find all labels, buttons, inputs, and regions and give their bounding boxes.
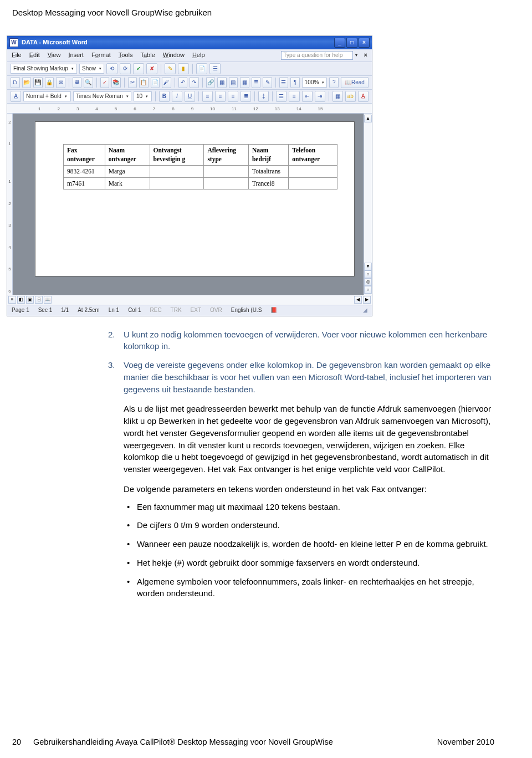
align-center-button[interactable]: ≡ <box>215 91 226 102</box>
outline-view-button[interactable]: ⌸ <box>35 296 43 304</box>
next-change-button[interactable]: ⟳ <box>120 63 131 74</box>
web-layout-button[interactable]: ◧ <box>17 296 25 304</box>
chevron-down-icon[interactable]: ▾ <box>355 52 357 59</box>
table-row[interactable]: 9832-4261MargaTotaaltrans <box>64 166 337 178</box>
bold-button[interactable]: B <box>159 91 170 102</box>
list-item: Wanneer een pauze noodzakelijk is, worde… <box>137 538 494 550</box>
show-hide-button[interactable]: ¶ <box>290 77 300 88</box>
table-cell: Marga <box>105 166 150 178</box>
normal-view-button[interactable]: ≡ <box>8 296 16 304</box>
document-map-button[interactable]: ☰ <box>279 77 289 88</box>
zoom-dropdown[interactable]: 100%▾ <box>302 78 328 88</box>
styles-pane-button[interactable]: A <box>11 91 21 102</box>
numbering-button[interactable]: ☰ <box>276 91 287 102</box>
prev-change-button[interactable]: ⟲ <box>106 63 117 74</box>
save-button[interactable]: 💾 <box>33 77 43 88</box>
display-review-dropdown[interactable]: Final Showing Markup▾ <box>11 64 77 74</box>
print-preview-button[interactable]: 🔍 <box>84 77 93 88</box>
scroll-down-button[interactable]: ▼ <box>364 263 372 270</box>
style-dropdown[interactable]: Normal + Bold▾ <box>23 91 71 101</box>
paste-button[interactable]: 📄 <box>151 77 160 88</box>
menu-help[interactable]: Help <box>192 51 205 60</box>
bullets-button[interactable]: ≡ <box>289 91 299 102</box>
new-comment-button[interactable]: ✎ <box>165 63 176 74</box>
font-color-button[interactable]: A <box>358 91 369 102</box>
accept-change-button[interactable]: ✔ <box>133 63 144 74</box>
scroll-right-button[interactable]: ▶ <box>363 296 371 304</box>
vertical-ruler[interactable]: 21123456 <box>7 114 13 295</box>
window-title: DATA - Microsoft Word <box>22 38 88 47</box>
print-button[interactable]: 🖶 <box>73 77 82 88</box>
borders-button[interactable]: ▦ <box>332 91 343 102</box>
line-spacing-button[interactable]: ‡ <box>258 91 269 102</box>
menu-table[interactable]: Table <box>140 51 155 60</box>
maximize-button[interactable]: □ <box>346 38 357 48</box>
scroll-up-button[interactable]: ▲ <box>364 115 372 122</box>
open-button[interactable]: 📂 <box>22 77 32 88</box>
titlebar: W DATA - Microsoft Word _ □ × <box>7 36 372 49</box>
table-header-cell: Telefoon ontvanger <box>289 144 337 165</box>
reject-change-button[interactable]: ✘ <box>146 63 157 74</box>
cut-button[interactable]: ✂ <box>128 77 137 88</box>
increase-indent-button[interactable]: ⇥ <box>315 91 325 102</box>
decrease-indent-button[interactable]: ⇤ <box>302 91 313 102</box>
menu-tools[interactable]: Tools <box>119 51 133 60</box>
email-button[interactable]: ✉ <box>56 77 65 88</box>
insert-worksheet-button[interactable]: ▦ <box>240 77 249 88</box>
menu-window[interactable]: Window <box>163 51 185 60</box>
align-right-button[interactable]: ≡ <box>228 91 238 102</box>
select-browse-button[interactable]: ◎ <box>364 278 372 286</box>
insert-hyperlink-button[interactable]: 🔗 <box>206 77 216 88</box>
new-doc-button[interactable]: 🗋 <box>11 77 20 88</box>
help-search-input[interactable]: Type a question for help <box>281 51 353 60</box>
table-row[interactable]: m7461MarkTrancel8 <box>64 177 337 190</box>
research-button[interactable]: 📚 <box>111 77 121 88</box>
vertical-scrollbar[interactable]: ▲ ▼ ○ ◎ ○ <box>364 114 372 295</box>
menu-edit[interactable]: Edit <box>29 51 40 60</box>
permission-button[interactable]: 🔒 <box>45 77 54 88</box>
resize-grip-icon[interactable]: ◢ <box>363 306 367 315</box>
redo-button[interactable]: ↷ <box>190 77 199 88</box>
list-item: De cijfers 0 t/m 9 worden ondersteund. <box>137 519 494 531</box>
reading-layout-button[interactable]: 📖 <box>44 296 52 304</box>
menu-file[interactable]: File <box>12 51 22 60</box>
menu-insert[interactable]: Insert <box>68 51 84 60</box>
highlight-button[interactable]: ▮ <box>178 63 189 74</box>
menu-view[interactable]: View <box>48 51 61 60</box>
highlight-color-button[interactable]: ab <box>345 91 356 102</box>
copy-button[interactable]: 📋 <box>139 77 149 88</box>
print-layout-button[interactable]: ▣ <box>26 296 34 304</box>
next-page-button[interactable]: ○ <box>364 286 372 294</box>
scroll-left-button[interactable]: ◀ <box>354 296 362 304</box>
minimize-button[interactable]: _ <box>334 38 345 48</box>
prev-page-button[interactable]: ○ <box>364 270 372 278</box>
tables-borders-button[interactable]: ▦ <box>217 77 227 88</box>
read-button[interactable]: 📖 Read <box>341 77 369 88</box>
table-cell: m7461 <box>64 177 105 190</box>
underline-button[interactable]: U <box>185 91 195 102</box>
doc-close-button[interactable]: × <box>364 51 367 60</box>
track-changes-button[interactable]: 📄 <box>196 63 207 74</box>
insert-table-button[interactable]: ▤ <box>229 77 238 88</box>
reviewing-pane-button[interactable]: ☰ <box>209 63 221 74</box>
spelling-button[interactable]: ✓ <box>100 77 110 88</box>
document-area[interactable]: Fax ontvangerNaam ontvangerOntvangst bev… <box>13 114 364 295</box>
list-text-2: U kunt zo nodig kolommen toevoegen of ve… <box>124 329 494 353</box>
close-button[interactable]: × <box>359 38 370 48</box>
italic-button[interactable]: I <box>172 91 182 102</box>
fontsize-dropdown[interactable]: 10▾ <box>134 91 152 101</box>
table-header-cell: Aflevering stype <box>204 144 249 165</box>
font-dropdown[interactable]: Times New Roman▾ <box>73 91 131 101</box>
help-button[interactable]: ? <box>329 77 339 88</box>
show-dropdown[interactable]: Show▾ <box>79 64 104 74</box>
drawing-button[interactable]: ✎ <box>263 77 272 88</box>
columns-button[interactable]: ≣ <box>252 77 261 88</box>
format-painter-button[interactable]: 🖌 <box>162 77 171 88</box>
data-table[interactable]: Fax ontvangerNaam ontvangerOntvangst bev… <box>63 144 337 190</box>
align-left-button[interactable]: ≡ <box>202 91 213 102</box>
horizontal-ruler[interactable]: 123456789101112131415 <box>7 104 372 114</box>
spelling-status-icon[interactable]: 📕 <box>270 306 277 315</box>
justify-button[interactable]: ≣ <box>241 91 251 102</box>
menu-format[interactable]: Format <box>91 51 111 60</box>
undo-button[interactable]: ↶ <box>178 77 188 88</box>
